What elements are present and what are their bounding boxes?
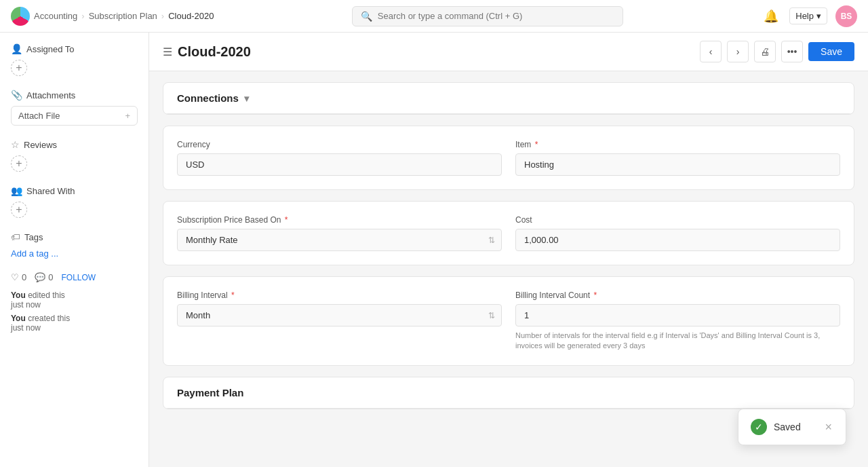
- help-button[interactable]: Help ▾: [789, 7, 827, 24]
- tag-icon: 🏷: [11, 231, 20, 242]
- comment-icon: 💬: [35, 272, 45, 282]
- add-assigned-to-button[interactable]: +: [11, 60, 27, 76]
- search-icon: 🔍: [361, 11, 372, 22]
- heart-icon: ♡: [11, 272, 19, 282]
- toast-message: Saved: [774, 422, 816, 432]
- chevron-down-icon: ▾: [816, 11, 821, 21]
- billing-interval-select[interactable]: Month Day Week Year: [177, 304, 502, 326]
- pricing-body: Subscription Price Based On * Monthly Ra…: [163, 202, 854, 265]
- add-shared-with-button[interactable]: +: [11, 202, 27, 218]
- currency-item-card: Currency Item *: [163, 126, 854, 190]
- follow-button[interactable]: FOLLOW: [61, 273, 96, 282]
- connections-card: Connections ▾: [163, 82, 854, 115]
- activity-actor-1: You: [11, 314, 26, 323]
- activity-item-1: You created this just now: [11, 314, 138, 333]
- prev-button[interactable]: ‹: [700, 41, 722, 62]
- notification-bell-button[interactable]: 🔔: [761, 6, 781, 26]
- billing-row: Billing Interval * Month Day Week Year: [177, 291, 840, 352]
- assigned-to-header: 👤 Assigned To: [11, 43, 138, 54]
- plus-icon: +: [125, 111, 130, 121]
- nav-left: Accounting › Subscription Plan › Cloud-2…: [11, 7, 214, 26]
- comments-count: 💬 0: [35, 272, 53, 282]
- top-nav: Accounting › Subscription Plan › Cloud-2…: [0, 0, 868, 33]
- star-icon: ☆: [11, 139, 20, 150]
- attachments-header: 📎 Attachments: [11, 90, 138, 100]
- page-title-area: ☰ Cloud-2020: [163, 44, 251, 60]
- tags-header: 🏷 Tags: [11, 231, 138, 242]
- currency-item-row: Currency Item *: [177, 140, 840, 176]
- breadcrumb-subscription-plan[interactable]: Subscription Plan: [89, 11, 157, 21]
- page-title: Cloud-2020: [178, 44, 251, 60]
- activity-actor-0: You: [11, 291, 26, 300]
- add-review-button[interactable]: +: [11, 155, 27, 172]
- item-label: Item *: [515, 140, 840, 149]
- assigned-to-label: Assigned To: [26, 44, 75, 54]
- item-required-star: *: [535, 140, 538, 149]
- billing-interval-select-wrapper: Month Day Week Year: [177, 304, 502, 326]
- attachments-section: 📎 Attachments Attach File +: [11, 90, 138, 126]
- search-input[interactable]: [378, 11, 614, 21]
- connections-header: Connections ▾: [163, 83, 854, 114]
- price-based-on-required-star: *: [285, 215, 288, 225]
- billing-interval-label: Billing Interval *: [177, 291, 502, 300]
- search-area: 🔍: [352, 6, 623, 26]
- item-group: Item *: [515, 140, 840, 176]
- price-based-on-group: Subscription Price Based On * Monthly Ra…: [177, 215, 502, 251]
- tags-label: Tags: [24, 232, 43, 242]
- price-based-on-label: Subscription Price Based On *: [177, 215, 502, 225]
- toast-close-button[interactable]: ×: [823, 420, 833, 434]
- billing-interval-group: Billing Interval * Month Day Week Year: [177, 291, 502, 352]
- connections-chevron-icon[interactable]: ▾: [244, 93, 249, 104]
- main-content: Connections ▾ Currency: [149, 71, 868, 467]
- pricing-card: Subscription Price Based On * Monthly Ra…: [163, 201, 854, 265]
- add-tag-link[interactable]: Add a tag ...: [11, 248, 58, 259]
- item-input[interactable]: [515, 153, 840, 176]
- payment-plan-title: Payment Plan: [177, 387, 243, 398]
- reactions-row: ♡ 0 💬 0 FOLLOW: [11, 272, 138, 282]
- reviews-header: ☆ Reviews: [11, 139, 138, 150]
- sidebar: 👤 Assigned To + 📎 Attachments Attach Fil…: [0, 33, 149, 467]
- cost-label: Cost: [515, 215, 840, 225]
- shared-with-label: Shared With: [26, 186, 75, 196]
- save-button[interactable]: Save: [808, 42, 854, 61]
- avatar: BS: [835, 5, 857, 27]
- assigned-to-section: 👤 Assigned To +: [11, 43, 138, 76]
- toast-success-icon: ✓: [751, 419, 767, 435]
- currency-label: Currency: [177, 140, 502, 149]
- payment-plan-card: Payment Plan: [163, 377, 854, 409]
- person-icon: 👤: [11, 43, 22, 54]
- currency-input[interactable]: [177, 153, 502, 176]
- share-icon: 👥: [11, 185, 22, 196]
- attach-file-button[interactable]: Attach File +: [11, 106, 138, 126]
- content-area: Connections ▾ Currency: [149, 71, 868, 467]
- cost-group: Cost: [515, 215, 840, 251]
- attachments-label: Attachments: [26, 90, 75, 100]
- connections-title: Connections: [177, 92, 239, 104]
- price-based-on-select[interactable]: Monthly Rate Annual Rate Custom: [177, 229, 502, 251]
- breadcrumb-accounting[interactable]: Accounting: [34, 11, 77, 21]
- billing-hint-text: Number of intervals for the interval fie…: [515, 331, 840, 352]
- billing-interval-required-star: *: [231, 291, 235, 300]
- currency-item-body: Currency Item *: [163, 126, 854, 189]
- shared-with-header: 👥 Shared With: [11, 185, 138, 196]
- page-header: ☰ Cloud-2020 ‹ › 🖨 ••• Save: [149, 33, 868, 71]
- shared-with-section: 👥 Shared With +: [11, 185, 138, 218]
- activity-item-0: You edited this just now: [11, 291, 138, 310]
- print-button[interactable]: 🖨: [754, 41, 776, 62]
- app-logo: [11, 7, 30, 26]
- activity-action-0: edited this: [28, 291, 65, 300]
- reviews-section: ☆ Reviews +: [11, 139, 138, 172]
- reviews-label: Reviews: [24, 140, 57, 150]
- next-button[interactable]: ›: [727, 41, 749, 62]
- paperclip-icon: 📎: [11, 90, 22, 100]
- cost-input[interactable]: [515, 229, 840, 251]
- activity-action-1: created this: [28, 314, 70, 323]
- billing-interval-count-input[interactable]: [515, 304, 840, 326]
- price-based-on-select-wrapper: Monthly Rate Annual Rate Custom: [177, 229, 502, 251]
- activity-time-1: just now: [11, 323, 41, 333]
- billing-interval-count-group: Billing Interval Count * Number of inter…: [515, 291, 840, 352]
- hamburger-icon[interactable]: ☰: [163, 45, 172, 58]
- toast-notification: ✓ Saved ×: [738, 409, 846, 445]
- billing-card: Billing Interval * Month Day Week Year: [163, 276, 854, 366]
- more-options-button[interactable]: •••: [781, 41, 803, 62]
